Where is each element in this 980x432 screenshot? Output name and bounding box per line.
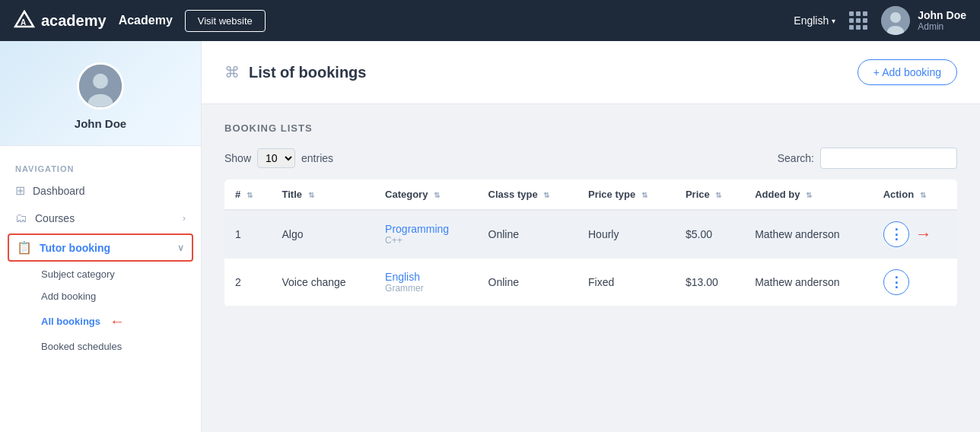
cell-category: English Grammer (374, 259, 478, 307)
layout: John Doe NAVIGATION ⊞ Dashboard 🗂 Course… (0, 41, 980, 432)
cell-action: ⋮ → (873, 210, 957, 259)
user-role: Admin (918, 21, 966, 32)
all-bookings-label: All bookings (41, 316, 100, 327)
cell-title: Algo (272, 210, 375, 259)
sidebar-item-label: Courses (35, 212, 75, 224)
add-booking-button[interactable]: + Add booking (858, 59, 957, 85)
language-label: English (794, 14, 829, 27)
page-title: List of bookings (249, 64, 366, 81)
main-content: ⌘ List of bookings + Add booking BOOKING… (202, 41, 980, 432)
booked-schedules-label: Booked schedules (41, 341, 122, 352)
sidebar-item-label: Tutor booking (40, 242, 110, 254)
table-row: 1 Algo Programming C++ Online Hourly $5.… (224, 210, 957, 259)
app-logo-text: academy (41, 12, 107, 30)
entries-label: entries (301, 152, 333, 164)
chevron-right-icon: › (183, 213, 186, 224)
cell-class-type: Online (478, 259, 578, 307)
sort-icon: ⇅ (641, 191, 648, 199)
table-head: # ⇅ Title ⇅ Category ⇅ Class type ⇅ Pric… (224, 179, 957, 210)
cell-price: $13.00 (675, 259, 744, 307)
apps-grid-icon[interactable] (849, 11, 867, 30)
svg-point-6 (93, 74, 108, 89)
topnav-left: A academy Academy Visit website (14, 10, 266, 32)
bookings-table: # ⇅ Title ⇅ Category ⇅ Class type ⇅ Pric… (224, 179, 957, 307)
sidebar-profile: John Doe (0, 41, 201, 146)
topnav-right: English ▾ John Doe Admin (794, 6, 966, 35)
user-name: John Doe (918, 9, 966, 21)
sidebar: John Doe NAVIGATION ⊞ Dashboard 🗂 Course… (0, 41, 202, 432)
sidebar-item-courses[interactable]: 🗂 Courses › (0, 205, 201, 232)
sidebar-item-all-bookings[interactable]: All bookings ← (33, 307, 201, 335)
col-price[interactable]: Price ⇅ (675, 179, 744, 210)
cell-category: Programming C++ (374, 210, 478, 259)
cell-price: $5.00 (675, 210, 744, 259)
col-action[interactable]: Action ⇅ (873, 179, 957, 210)
table-body: 1 Algo Programming C++ Online Hourly $5.… (224, 210, 957, 307)
app-name: Academy (119, 14, 173, 27)
avatar (881, 6, 910, 35)
page-title-icon: ⌘ (224, 63, 240, 81)
col-price-type[interactable]: Price type ⇅ (578, 179, 675, 210)
sidebar-item-subject-category[interactable]: Subject category (33, 263, 201, 285)
top-navigation: A academy Academy Visit website English … (0, 0, 980, 41)
sort-icon: ⇅ (434, 191, 440, 199)
sidebar-nav: NAVIGATION ⊞ Dashboard 🗂 Courses › 📋 Tut… (0, 146, 201, 370)
page-header: ⌘ List of bookings + Add booking (202, 41, 980, 104)
content-area: BOOKING LISTS Show 10 25 50 entries Sear… (202, 104, 980, 325)
sidebar-item-label: Dashboard (33, 185, 85, 197)
section-title: BOOKING LISTS (224, 122, 957, 134)
courses-icon: 🗂 (15, 211, 27, 225)
col-title[interactable]: Title ⇅ (272, 179, 375, 210)
search-input[interactable] (820, 148, 957, 169)
page-title-wrap: ⌘ List of bookings (224, 63, 366, 81)
svg-point-3 (890, 12, 901, 23)
svg-text:A: A (21, 18, 26, 27)
logo[interactable]: A academy (14, 10, 107, 31)
search-wrap: Search: (778, 148, 957, 169)
chevron-down-icon: ▾ (832, 17, 835, 25)
sort-icon: ⇅ (715, 191, 721, 199)
search-label: Search: (778, 152, 814, 164)
col-class-type[interactable]: Class type ⇅ (478, 179, 578, 210)
cell-num: 1 (224, 210, 272, 259)
cell-added-by: Mathew anderson (744, 210, 873, 259)
red-arrow-right-icon: → (915, 224, 932, 244)
category-sub: Grammer (385, 283, 467, 294)
sort-icon: ⇅ (247, 191, 253, 199)
add-booking-label: Add booking (41, 291, 96, 302)
sort-icon: ⇅ (543, 191, 549, 199)
dashboard-icon: ⊞ (15, 183, 25, 198)
sort-icon: ⇅ (920, 191, 926, 199)
cell-num: 2 (224, 259, 272, 307)
chevron-down-icon: ∨ (177, 243, 184, 253)
show-label: Show (224, 152, 251, 164)
sort-icon: ⇅ (806, 191, 812, 199)
col-num: # ⇅ (224, 179, 272, 210)
subject-category-label: Subject category (41, 268, 115, 280)
col-category[interactable]: Category ⇅ (374, 179, 478, 210)
category-main: Programming (385, 223, 467, 235)
red-arrow-icon: ← (110, 313, 125, 330)
tutor-booking-submenu: Subject category Add booking All booking… (0, 263, 201, 357)
sort-icon: ⇅ (308, 191, 314, 199)
cell-added-by: Mathew anderson (744, 259, 873, 307)
action-menu-button[interactable]: ⋮ (883, 221, 909, 247)
language-selector[interactable]: English ▾ (794, 14, 835, 27)
col-added-by[interactable]: Added by ⇅ (744, 179, 873, 210)
cell-price-type: Fixed (578, 259, 675, 307)
nav-section-label: NAVIGATION (0, 158, 201, 176)
sidebar-username: John Doe (75, 117, 126, 130)
user-profile[interactable]: John Doe Admin (881, 6, 966, 35)
sidebar-item-booked-schedules[interactable]: Booked schedules (33, 335, 201, 357)
sidebar-item-tutor-booking[interactable]: 📋 Tutor booking ∨ (8, 233, 193, 262)
cell-title: Voice change (272, 259, 375, 307)
user-text: John Doe Admin (918, 9, 966, 32)
show-entries: Show 10 25 50 entries (224, 148, 333, 168)
visit-website-button[interactable]: Visit website (185, 10, 266, 32)
entries-select[interactable]: 10 25 50 (257, 148, 295, 168)
action-menu-button[interactable]: ⋮ (883, 269, 909, 295)
logo-icon: A (14, 10, 35, 31)
sidebar-item-dashboard[interactable]: ⊞ Dashboard (0, 176, 201, 205)
sidebar-item-add-booking[interactable]: Add booking (33, 285, 201, 307)
table-row: 2 Voice change English Grammer Online Fi… (224, 259, 957, 307)
